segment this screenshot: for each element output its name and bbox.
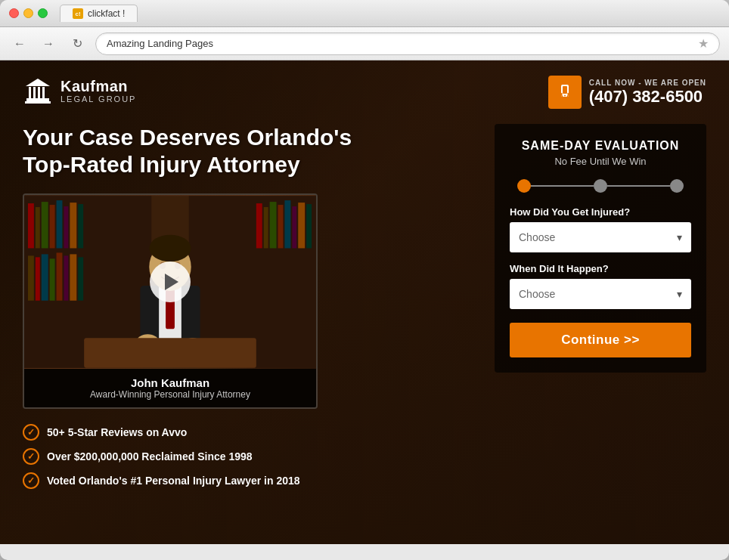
phone-number: (407) 382-6500: [589, 87, 706, 107]
bookmark-icon[interactable]: ★: [698, 36, 709, 51]
minimize-button[interactable]: [23, 8, 33, 18]
trust-text-2: Over $200,000,000 Reclaimed Since 1998: [47, 450, 253, 463]
attorney-name: John Kaufman: [36, 376, 304, 389]
field2-label: When Did It Happen?: [510, 263, 691, 274]
svg-rect-27: [70, 254, 76, 300]
browser-tab[interactable]: c! clickfact !: [60, 5, 138, 22]
form-title: SAME-DAY EVALUATION: [510, 139, 691, 153]
svg-rect-18: [64, 206, 68, 248]
when-happened-select[interactable]: Choose Within the last week Within the l…: [510, 279, 691, 309]
logo-text: Kaufman LEGAL GROUP: [60, 78, 136, 104]
close-button[interactable]: [9, 8, 19, 18]
continue-button[interactable]: Continue >>: [510, 323, 691, 357]
page-header: Kaufman LEGAL GROUP: [23, 76, 706, 109]
field1-label: How Did You Get Injured?: [510, 206, 691, 218]
call-label: CALL NOW - WE ARE OPEN: [589, 79, 706, 87]
phone-icon-box: [548, 76, 582, 109]
title-bar: c! clickfact !: [0, 0, 729, 27]
browser-window: c! clickfact ! ← → ↻ Amazing Landing Pag…: [0, 0, 729, 560]
address-bar[interactable]: Amazing Landing Pages ★: [95, 32, 720, 55]
logo-icon: [23, 76, 53, 106]
injury-type-select[interactable]: Choose Car Accident Slip and Fall Medica…: [510, 222, 691, 252]
svg-rect-34: [292, 206, 296, 248]
back-button[interactable]: ←: [9, 33, 30, 54]
video-player[interactable]: [24, 195, 316, 369]
svg-rect-4: [38, 87, 40, 98]
address-text: Amazing Landing Pages: [107, 38, 698, 49]
logo-area: Kaufman LEGAL GROUP: [23, 76, 136, 106]
svg-rect-22: [36, 257, 40, 300]
phone-area: CALL NOW - WE ARE OPEN (407) 382-6500: [548, 76, 706, 109]
right-column: SAME-DAY EVALUATION No Fee Until We Win …: [495, 124, 706, 373]
svg-rect-3: [33, 87, 36, 98]
firm-name: Kaufman: [60, 78, 136, 94]
svg-point-9: [564, 95, 566, 97]
step-dot-1: [517, 179, 531, 193]
svg-rect-25: [57, 252, 63, 300]
svg-point-41: [149, 235, 191, 262]
hero-headline: Your Case Deserves Orlando's Top-Rated I…: [23, 124, 472, 178]
trust-item-2: ✓ Over $200,000,000 Reclaimed Since 1998: [23, 448, 472, 465]
play-button[interactable]: [150, 261, 191, 302]
svg-rect-5: [42, 87, 45, 98]
svg-rect-2: [29, 87, 31, 98]
svg-rect-33: [284, 200, 290, 248]
svg-rect-8: [563, 86, 567, 94]
firm-sub: LEGAL GROUP: [60, 94, 136, 104]
video-caption: John Kaufman Award-Winning Personal Inju…: [24, 369, 316, 407]
svg-rect-21: [28, 255, 34, 300]
form-subtitle: No Fee Until We Win: [510, 156, 691, 167]
page-content: Kaufman LEGAL GROUP: [0, 60, 729, 512]
svg-rect-46: [84, 338, 256, 368]
svg-rect-28: [78, 257, 83, 300]
play-icon: [165, 274, 178, 290]
svg-rect-36: [306, 204, 312, 248]
traffic-lights: [9, 8, 48, 18]
trust-item-1: ✓ 50+ 5-Star Reviews on Avvo: [23, 424, 472, 441]
svg-rect-32: [278, 205, 284, 248]
trust-list: ✓ 50+ 5-Star Reviews on Avvo ✓ Over $200…: [23, 424, 472, 489]
step-dot-2: [594, 179, 607, 193]
svg-rect-29: [256, 203, 262, 248]
svg-marker-6: [26, 79, 50, 86]
trust-item-3: ✓ Voted Orlando's #1 Personal Injury Law…: [23, 472, 472, 489]
svg-rect-24: [50, 258, 55, 300]
svg-rect-1: [25, 101, 51, 104]
svg-rect-0: [26, 98, 49, 101]
field1-wrapper: Choose Car Accident Slip and Fall Medica…: [510, 222, 691, 252]
svg-rect-23: [42, 254, 48, 300]
browser-toolbar: ← → ↻ Amazing Landing Pages ★: [0, 27, 729, 60]
svg-rect-31: [270, 202, 277, 248]
svg-rect-20: [78, 204, 83, 248]
svg-rect-14: [36, 207, 40, 248]
video-box: John Kaufman Award-Winning Personal Inju…: [23, 193, 318, 409]
step-indicator: [510, 179, 691, 193]
tab-area: c! clickfact !: [60, 5, 720, 22]
field2-wrapper: Choose Within the last week Within the l…: [510, 279, 691, 309]
main-content: Your Case Deserves Orlando's Top-Rated I…: [23, 124, 706, 489]
svg-rect-17: [57, 200, 63, 248]
reload-button[interactable]: ↻: [67, 33, 88, 54]
svg-rect-30: [264, 207, 268, 248]
trust-text-3: Voted Orlando's #1 Personal Injury Lawye…: [47, 475, 300, 487]
tab-favicon: c!: [73, 8, 83, 19]
check-icon-1: ✓: [23, 424, 39, 441]
forward-button[interactable]: →: [38, 33, 59, 54]
phone-text: CALL NOW - WE ARE OPEN (407) 382-6500: [589, 79, 706, 107]
maximize-button[interactable]: [38, 8, 48, 18]
form-panel: SAME-DAY EVALUATION No Fee Until We Win …: [495, 124, 706, 373]
svg-rect-16: [50, 205, 55, 248]
step-line-2: [607, 185, 670, 187]
svg-rect-26: [64, 255, 68, 300]
step-dot-3: [670, 179, 684, 193]
tab-label: clickfact !: [88, 8, 125, 19]
step-line-1: [531, 185, 594, 187]
svg-rect-35: [298, 203, 305, 248]
svg-rect-13: [28, 203, 34, 248]
svg-rect-15: [42, 202, 48, 248]
trust-text-1: 50+ 5-Star Reviews on Avvo: [47, 426, 187, 438]
check-icon-3: ✓: [23, 472, 39, 489]
phone-icon: [556, 83, 574, 101]
check-icon-2: ✓: [23, 448, 39, 465]
attorney-title: Award-Winning Personal Injury Attorney: [36, 389, 304, 400]
